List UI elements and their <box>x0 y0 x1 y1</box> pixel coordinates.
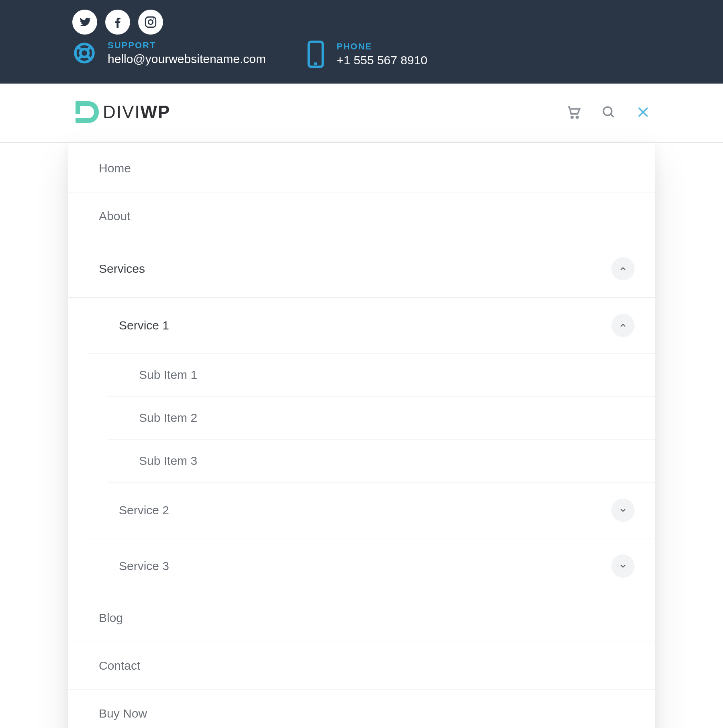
nav-service-2[interactable]: Service 2 <box>88 483 655 538</box>
svg-point-1 <box>148 20 153 24</box>
nav-services-label: Services <box>99 262 145 276</box>
nav-contact[interactable]: Contact <box>68 642 655 690</box>
svg-rect-0 <box>145 17 156 27</box>
svg-line-7 <box>78 56 82 59</box>
header-bar: DIVIWP <box>0 84 723 143</box>
chevron-up-icon[interactable] <box>611 314 635 337</box>
nav-about[interactable]: About <box>68 192 655 240</box>
nav-contact-label: Contact <box>99 659 140 673</box>
nav-services[interactable]: Services <box>68 240 655 298</box>
logo-text-part2: WP <box>141 102 171 122</box>
nav-about-label: About <box>99 209 130 223</box>
nav-home[interactable]: Home <box>68 145 655 192</box>
logo-mark-icon <box>72 98 100 126</box>
nav-home-label: Home <box>99 162 131 175</box>
support-value[interactable]: hello@yourwebsitename.com <box>108 52 266 66</box>
phone-contact: PHONE +1 555 567 8910 <box>306 40 427 68</box>
nav-service-1-label: Service 1 <box>119 319 169 332</box>
facebook-icon[interactable] <box>105 10 130 35</box>
svg-line-6 <box>87 47 91 50</box>
social-row <box>72 10 651 35</box>
support-label: SUPPORT <box>108 40 266 51</box>
nav-sub-item-1[interactable]: Sub Item 1 <box>108 354 655 397</box>
nav-service-3-label: Service 3 <box>119 559 169 573</box>
nav-service-1[interactable]: Service 1 <box>88 298 655 354</box>
instagram-icon[interactable] <box>138 10 163 35</box>
service-1-submenu: Sub Item 1 Sub Item 2 Sub Item 3 <box>88 354 655 483</box>
svg-line-8 <box>87 56 91 59</box>
lifebuoy-icon <box>72 41 96 65</box>
svg-point-12 <box>576 116 578 118</box>
logo-text-part1: DIVI <box>103 102 141 122</box>
nav-blog[interactable]: Blog <box>68 594 655 642</box>
svg-line-14 <box>611 114 614 117</box>
svg-line-5 <box>78 47 82 50</box>
twitter-icon[interactable] <box>72 10 97 35</box>
top-bar: SUPPORT hello@yourwebsitename.com PHONE … <box>0 0 723 84</box>
nav-service-2-label: Service 2 <box>119 503 169 517</box>
nav-buy-now-label: Buy Now <box>99 707 147 720</box>
site-logo[interactable]: DIVIWP <box>72 98 170 126</box>
cart-icon[interactable] <box>566 104 582 120</box>
nav-sub-item-2-label: Sub Item 2 <box>139 411 197 425</box>
nav-service-3[interactable]: Service 3 <box>88 538 655 594</box>
nav-sub-item-3[interactable]: Sub Item 3 <box>108 440 655 483</box>
mobile-menu: Home About Services Service 1 Sub Item 1 <box>68 143 655 728</box>
nav-sub-item-1-label: Sub Item 1 <box>139 368 197 382</box>
nav-sub-item-2[interactable]: Sub Item 2 <box>108 397 655 440</box>
nav-buy-now[interactable]: Buy Now <box>68 690 655 728</box>
svg-point-13 <box>603 107 612 115</box>
phone-label: PHONE <box>337 41 427 52</box>
svg-point-11 <box>571 116 573 118</box>
nav-sub-item-3-label: Sub Item 3 <box>139 454 197 468</box>
chevron-down-icon[interactable] <box>611 499 635 522</box>
nav-blog-label: Blog <box>99 611 123 625</box>
services-submenu: Service 1 Sub Item 1 Sub Item 2 Sub Item… <box>68 298 655 594</box>
phone-icon <box>306 40 325 68</box>
chevron-up-icon[interactable] <box>611 257 635 280</box>
phone-value[interactable]: +1 555 567 8910 <box>337 53 427 67</box>
logo-text: DIVIWP <box>103 102 170 122</box>
search-icon[interactable] <box>601 104 616 120</box>
chevron-down-icon[interactable] <box>611 554 635 578</box>
svg-point-2 <box>153 18 154 20</box>
support-contact: SUPPORT hello@yourwebsitename.com <box>72 40 266 66</box>
close-icon[interactable] <box>635 104 651 120</box>
